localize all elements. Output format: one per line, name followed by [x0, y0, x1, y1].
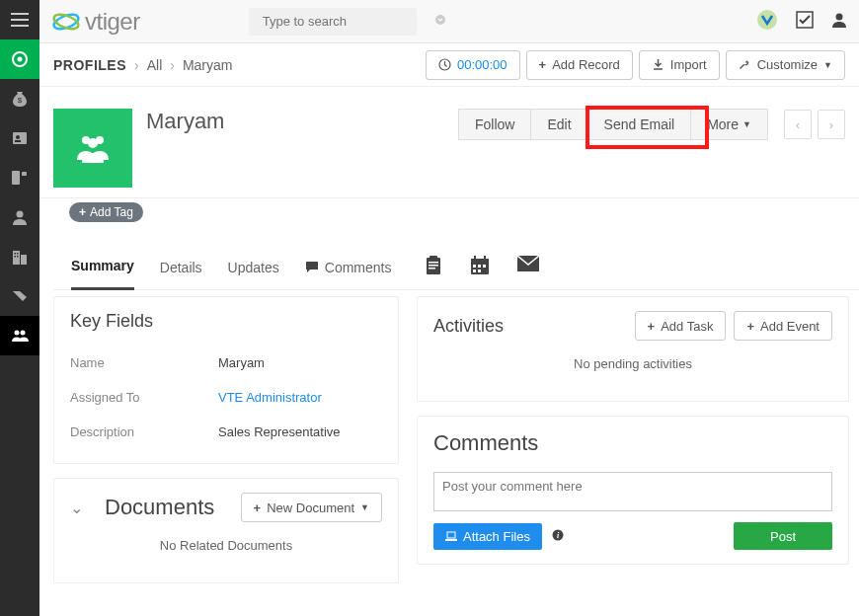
follow-button[interactable]: Follow: [458, 109, 531, 140]
svg-rect-47: [447, 532, 455, 538]
clipboard-icon[interactable]: [425, 256, 442, 278]
svg-point-18: [15, 331, 20, 336]
svg-rect-6: [13, 132, 27, 144]
search-input[interactable]: [263, 14, 429, 29]
svg-rect-36: [429, 268, 435, 270]
comments-panel: Comments Attach Files i Post: [417, 416, 849, 565]
post-button[interactable]: Post: [734, 522, 832, 550]
user-menu-icon[interactable]: [831, 12, 847, 31]
svg-point-25: [757, 10, 777, 30]
breadcrumb: PROFILES › All › Maryam: [53, 57, 232, 73]
dashboard-icon[interactable]: [0, 39, 39, 79]
comment-input[interactable]: [433, 472, 832, 511]
tab-summary[interactable]: Summary: [71, 244, 134, 290]
record-avatar: [53, 109, 132, 188]
brand-name: vtiger: [85, 8, 140, 36]
tab-details[interactable]: Details: [160, 246, 202, 289]
add-tag-button[interactable]: + Add Tag: [69, 202, 143, 222]
svg-rect-39: [474, 256, 476, 261]
edit-button[interactable]: Edit: [531, 109, 587, 140]
chevron-down-icon[interactable]: ⌄: [70, 499, 83, 517]
plus-icon: +: [746, 319, 754, 334]
mail-icon[interactable]: [517, 256, 539, 278]
checkbox-icon[interactable]: [796, 11, 814, 32]
documents-panel: ⌄ Documents + New Document ▼ No Related …: [53, 478, 399, 583]
info-icon[interactable]: i: [552, 529, 564, 544]
caret-down-icon: ▼: [360, 502, 369, 512]
global-search[interactable]: [249, 8, 417, 36]
record-title: Maryam: [146, 109, 224, 134]
wrench-icon: [739, 58, 751, 71]
svg-rect-40: [484, 256, 486, 261]
import-button[interactable]: Import: [639, 50, 720, 80]
calendar-icon[interactable]: [470, 256, 490, 278]
svg-rect-8: [15, 140, 21, 142]
tab-updates[interactable]: Updates: [228, 246, 279, 289]
plus-icon: +: [648, 319, 656, 334]
add-task-button[interactable]: + Add Task: [635, 311, 727, 341]
kv-row: Name Maryam: [70, 346, 382, 380]
activities-title: Activities: [433, 316, 504, 337]
subheader: PROFILES › All › Maryam 00:00:00 + Add R…: [39, 43, 859, 87]
svg-point-19: [21, 331, 26, 336]
left-nav-rail: $: [0, 0, 39, 616]
svg-rect-13: [21, 255, 27, 265]
svg-rect-16: [15, 256, 17, 258]
caret-down-icon: ▼: [742, 119, 751, 129]
timer-button[interactable]: 00:00:00: [426, 50, 520, 80]
plus-icon: +: [539, 57, 547, 72]
contact-card-icon[interactable]: [0, 118, 39, 158]
tab-comments[interactable]: Comments: [305, 246, 392, 289]
search-dropdown-icon[interactable]: [434, 14, 446, 29]
svg-rect-14: [15, 253, 17, 255]
send-email-button[interactable]: Send Email: [588, 109, 692, 140]
money-bag-icon[interactable]: $: [0, 79, 39, 118]
assigned-to-link[interactable]: VTE Administrator: [218, 390, 322, 405]
plus-icon: +: [254, 500, 262, 515]
group-icon[interactable]: [0, 316, 39, 355]
svg-rect-0: [11, 13, 29, 15]
prev-record-button[interactable]: ‹: [784, 110, 812, 139]
breadcrumb-record[interactable]: Maryam: [183, 57, 233, 73]
chevron-right-icon: ›: [134, 57, 139, 73]
svg-rect-38: [471, 259, 489, 263]
menu-icon[interactable]: [0, 0, 39, 39]
laptop-icon: [445, 531, 457, 542]
svg-rect-48: [445, 539, 457, 541]
customize-button[interactable]: Customize ▼: [726, 50, 845, 80]
svg-rect-34: [429, 262, 438, 264]
add-record-button[interactable]: + Add Record: [526, 50, 633, 80]
documents-title: Documents: [105, 495, 231, 520]
svg-rect-43: [483, 265, 486, 268]
building-icon[interactable]: [0, 237, 39, 276]
svg-rect-45: [478, 270, 481, 272]
attach-files-button[interactable]: Attach Files: [433, 523, 542, 550]
svg-rect-1: [11, 19, 29, 21]
comment-icon: [305, 261, 319, 273]
breadcrumb-all[interactable]: All: [147, 57, 163, 73]
caret-down-icon: ▼: [823, 60, 832, 70]
more-button[interactable]: More ▼: [691, 109, 768, 140]
device-icon[interactable]: [0, 158, 39, 197]
comments-title: Comments: [433, 430, 832, 456]
svg-rect-44: [473, 270, 476, 272]
svg-rect-12: [13, 251, 20, 265]
svg-rect-9: [12, 171, 20, 185]
module-name[interactable]: PROFILES: [53, 57, 126, 73]
svg-point-24: [435, 15, 445, 25]
svg-rect-41: [473, 265, 476, 268]
next-record-button[interactable]: ›: [818, 110, 845, 139]
new-document-button[interactable]: + New Document ▼: [241, 493, 382, 522]
app-switcher-icon[interactable]: [756, 9, 778, 34]
record-tabs: Summary Details Updates Comments: [53, 245, 859, 290]
kv-row: Description Sales Representative: [70, 415, 382, 449]
tag-icon[interactable]: [0, 276, 39, 316]
kv-row: Assigned To VTE Administrator: [70, 380, 382, 415]
record-header: Maryam Follow Edit Send Email More ▼ ‹ ›: [39, 87, 859, 198]
key-fields-title: Key Fields: [70, 311, 382, 332]
svg-rect-33: [430, 256, 437, 260]
person-icon[interactable]: [0, 197, 39, 237]
download-icon: [652, 58, 664, 71]
brand-logo[interactable]: vtiger: [51, 8, 140, 36]
add-event-button[interactable]: + Add Event: [734, 311, 832, 341]
